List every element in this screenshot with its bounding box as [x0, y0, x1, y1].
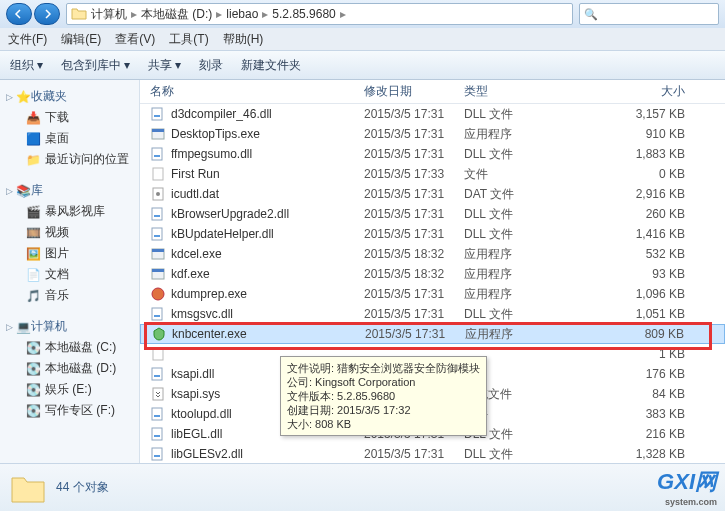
file-date: 2015/3/5 18:32	[364, 267, 464, 281]
sidebar-item-downloads[interactable]: 📥 下载	[0, 107, 139, 128]
file-date: 2015/3/5 17:31	[364, 307, 464, 321]
file-icon	[150, 166, 166, 182]
file-size: 93 KB	[558, 267, 725, 281]
file-row[interactable]: kdf.exe2015/3/5 18:32应用程序93 KB	[140, 264, 725, 284]
column-date[interactable]: 修改日期	[364, 83, 464, 100]
dropdown-icon: ▾	[124, 58, 130, 72]
file-icon	[150, 206, 166, 222]
organize-button[interactable]: 组织 ▾	[10, 57, 43, 74]
file-date: 2015/3/5 17:31	[364, 207, 464, 221]
file-row[interactable]: First Run2015/3/5 17:33文件0 KB	[140, 164, 725, 184]
file-row[interactable]: knbcenter.exe2015/3/5 17:31应用程序809 KB	[140, 324, 725, 344]
sidebar: ▷⭐ 收藏夹 📥 下载 🟦 桌面 📁 最近访问的位置 ▷📚 库 🎬 暴风影视库 …	[0, 80, 140, 463]
file-date: 2015/3/5 17:31	[364, 287, 464, 301]
file-row[interactable]: icudtl.dat2015/3/5 17:31DAT 文件2,916 KB	[140, 184, 725, 204]
file-row[interactable]: libGLESv2.dll2015/3/5 17:31DLL 文件1,328 K…	[140, 444, 725, 463]
column-name[interactable]: 名称	[150, 83, 364, 100]
sidebar-libraries[interactable]: ▷📚 库	[0, 180, 139, 201]
sidebar-item-drive-f[interactable]: 💽 写作专区 (F:)	[0, 400, 139, 421]
svg-rect-27	[154, 435, 160, 437]
search-input[interactable]: 🔍	[579, 3, 719, 25]
svg-rect-26	[152, 428, 162, 440]
file-size: 1 KB	[558, 347, 725, 361]
back-button[interactable]	[6, 3, 32, 25]
file-name: kBUpdateHelper.dll	[171, 227, 364, 241]
svg-rect-0	[152, 108, 162, 120]
file-row[interactable]: DesktopTips.exe2015/3/5 17:31应用程序910 KB	[140, 124, 725, 144]
file-row[interactable]: kBUpdateHelper.dll2015/3/5 17:31DLL 文件1,…	[140, 224, 725, 244]
sidebar-item-drive-c[interactable]: 💽 本地磁盘 (C:)	[0, 337, 139, 358]
file-date: 2015/3/5 17:31	[364, 127, 464, 141]
file-icon	[150, 386, 166, 402]
burn-button[interactable]: 刻录	[199, 57, 223, 74]
file-size: 910 KB	[558, 127, 725, 141]
svg-rect-4	[152, 148, 162, 160]
file-type: DLL 文件	[464, 146, 558, 163]
file-name: knbcenter.exe	[172, 327, 365, 341]
forward-button[interactable]	[34, 3, 60, 25]
menu-help[interactable]: 帮助(H)	[223, 31, 264, 48]
breadcrumb-part[interactable]: liebao	[226, 7, 258, 21]
sidebar-item-recent[interactable]: 📁 最近访问的位置	[0, 149, 139, 170]
file-row[interactable]: kmsgsvc.dll2015/3/5 17:31DLL 文件1,051 KB	[140, 304, 725, 324]
watermark: GXI网 system.com	[657, 467, 717, 507]
file-size: 532 KB	[558, 247, 725, 261]
column-headers: 名称 修改日期 类型 大小	[140, 80, 725, 104]
column-size[interactable]: 大小	[558, 83, 725, 100]
file-name: kmsgsvc.dll	[171, 307, 364, 321]
file-row[interactable]: d3dcompiler_46.dll2015/3/5 17:31DLL 文件3,…	[140, 104, 725, 124]
expander-icon: ▷	[6, 322, 16, 332]
file-date: 2015/3/5 17:31	[364, 227, 464, 241]
search-icon: 🔍	[584, 8, 598, 21]
file-size: 84 KB	[558, 387, 725, 401]
menu-file[interactable]: 文件(F)	[8, 31, 47, 48]
menu-edit[interactable]: 编辑(E)	[61, 31, 101, 48]
sidebar-favorites[interactable]: ▷⭐ 收藏夹	[0, 86, 139, 107]
file-list[interactable]: d3dcompiler_46.dll2015/3/5 17:31DLL 文件3,…	[140, 104, 725, 463]
sidebar-item-documents[interactable]: 📄 文档	[0, 264, 139, 285]
menu-view[interactable]: 查看(V)	[115, 31, 155, 48]
breadcrumb-part[interactable]: 5.2.85.9680	[272, 7, 335, 21]
sidebar-item[interactable]: 🎬 暴风影视库	[0, 201, 139, 222]
file-icon	[150, 346, 166, 362]
file-size: 176 KB	[558, 367, 725, 381]
file-size: 1,883 KB	[558, 147, 725, 161]
sidebar-item-pictures[interactable]: 🖼️ 图片	[0, 243, 139, 264]
newfolder-button[interactable]: 新建文件夹	[241, 57, 301, 74]
breadcrumb-part[interactable]: 计算机	[91, 6, 127, 23]
file-icon	[150, 146, 166, 162]
sidebar-item-music[interactable]: 🎵 音乐	[0, 285, 139, 306]
sidebar-item-drive-d[interactable]: 💽 本地磁盘 (D:)	[0, 358, 139, 379]
file-row[interactable]: kdcel.exe2015/3/5 18:32应用程序532 KB	[140, 244, 725, 264]
share-button[interactable]: 共享 ▾	[148, 57, 181, 74]
svg-rect-28	[152, 448, 162, 460]
file-row[interactable]: kBrowserUpgrade2.dll2015/3/5 17:31DLL 文件…	[140, 204, 725, 224]
file-row[interactable]: kdumprep.exe2015/3/5 17:31应用程序1,096 KB	[140, 284, 725, 304]
file-type: DAT 文件	[464, 186, 558, 203]
sidebar-item-desktop[interactable]: 🟦 桌面	[0, 128, 139, 149]
file-size: 2,916 KB	[558, 187, 725, 201]
file-type: DLL 文件	[464, 206, 558, 223]
file-type: 应用程序	[464, 286, 558, 303]
sidebar-item-videos[interactable]: 🎞️ 视频	[0, 222, 139, 243]
file-type: 文件	[464, 166, 558, 183]
menu-tools[interactable]: 工具(T)	[169, 31, 208, 48]
file-size: 260 KB	[558, 207, 725, 221]
file-size: 1,328 KB	[558, 447, 725, 461]
dropdown-icon: ▾	[37, 58, 43, 72]
breadcrumb-part[interactable]: 本地磁盘 (D:)	[141, 6, 212, 23]
svg-rect-6	[153, 168, 163, 180]
file-row[interactable]: ffmpegsumo.dll2015/3/5 17:31DLL 文件1,883 …	[140, 144, 725, 164]
svg-rect-10	[154, 215, 160, 217]
chevron-right-icon: ▸	[131, 7, 137, 21]
file-name: kdcel.exe	[171, 247, 364, 261]
dropdown-icon: ▾	[175, 58, 181, 72]
include-button[interactable]: 包含到库中 ▾	[61, 57, 130, 74]
file-icon	[150, 106, 166, 122]
svg-rect-20	[153, 348, 163, 360]
sidebar-item-drive-e[interactable]: 💽 娱乐 (E:)	[0, 379, 139, 400]
file-icon	[150, 226, 166, 242]
address-bar[interactable]: 计算机▸ 本地磁盘 (D:)▸ liebao▸ 5.2.85.9680▸	[66, 3, 573, 25]
sidebar-computer[interactable]: ▷💻 计算机	[0, 316, 139, 337]
column-type[interactable]: 类型	[464, 83, 558, 100]
